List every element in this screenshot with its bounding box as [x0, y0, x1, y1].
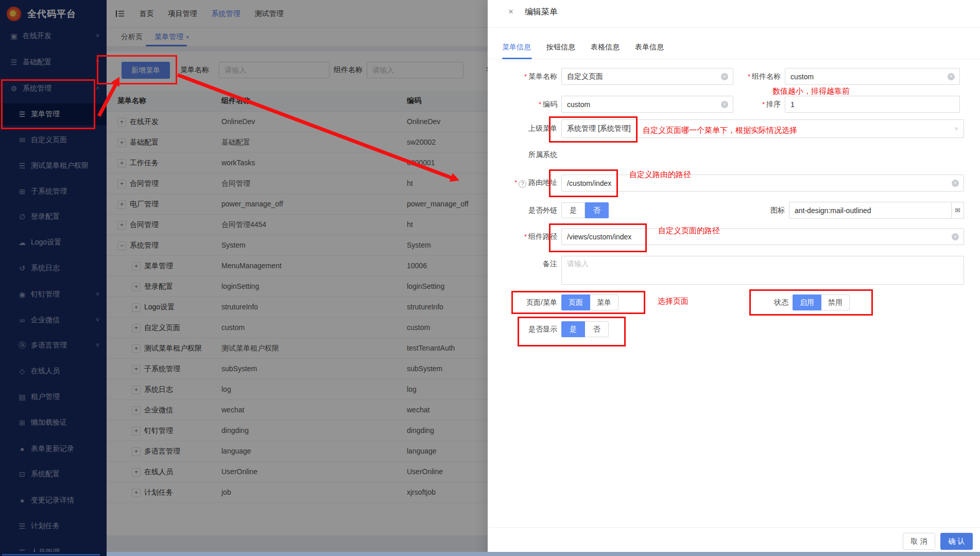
annotation-box-page-menu — [511, 291, 645, 314]
external-no-option[interactable]: 否 — [585, 202, 609, 218]
clear-icon[interactable]: × — [721, 101, 728, 108]
annotation-box-add-button — [97, 55, 177, 84]
divider — [488, 27, 980, 28]
clear-icon[interactable]: × — [952, 233, 959, 240]
code-field[interactable]: × — [561, 96, 733, 113]
annotation-route-tip: 自定义路由的路径 — [629, 170, 691, 180]
drawer-tab-menu-info[interactable]: 菜单信息 — [502, 43, 531, 52]
external-link-label: 是否外链 — [488, 206, 561, 215]
code-label: *编码 — [488, 100, 561, 109]
clear-icon[interactable]: × — [952, 180, 959, 187]
annotation-box-route — [549, 169, 618, 197]
clear-icon[interactable]: × — [721, 73, 728, 80]
annotation-box-visible — [518, 317, 626, 346]
menu-name-field[interactable]: × — [561, 68, 733, 85]
divider — [488, 59, 980, 59]
drawer-title: 编辑菜单 — [525, 7, 558, 18]
clear-icon[interactable]: × — [948, 73, 955, 80]
edit-menu-drawer: × 编辑菜单 菜单信息 按钮信息 表格信息 表单信息 *菜单名称 × *组件名称… — [488, 0, 980, 556]
icon-field[interactable] — [789, 202, 952, 219]
remark-label: 备注 — [488, 256, 561, 269]
external-yes-option[interactable]: 是 — [561, 202, 585, 218]
icon-label: 图标 — [609, 206, 789, 215]
menu-name-label: *菜单名称 — [488, 72, 561, 81]
remark-textarea[interactable] — [561, 256, 964, 285]
drawer-tab-form-info[interactable]: 表单信息 — [635, 43, 664, 52]
sort-field[interactable] — [785, 96, 960, 113]
cancel-button[interactable]: 取 消 — [903, 533, 935, 550]
owner-system-label: 所属系统 — [488, 150, 561, 160]
annotation-box-sidebar-menu — [1, 79, 95, 129]
comp-name-field[interactable]: × — [785, 68, 960, 85]
confirm-button[interactable]: 确 认 — [940, 533, 973, 550]
annotation-box-comp-path — [549, 223, 647, 252]
close-icon[interactable]: × — [508, 7, 513, 17]
comp-name-label: *组件名称 — [733, 72, 785, 81]
sort-label: *排序 — [733, 100, 785, 109]
chevron-down-icon: ˅ — [954, 125, 958, 133]
annotation-parent-tip: 自定义页面哪一个菜单下，根据实际情况选择 — [643, 126, 797, 135]
annotation-box-status — [749, 289, 873, 316]
annotation-comp-path-tip: 自定义页面的路径 — [658, 226, 720, 236]
divider — [488, 527, 980, 528]
icon-picker-button[interactable]: ✉ — [952, 202, 964, 219]
annotation-box-parent-menu — [549, 116, 638, 143]
drawer-tab-button-info[interactable]: 按钮信息 — [546, 43, 575, 52]
bottom-strip — [0, 552, 980, 556]
help-icon: ? — [519, 180, 526, 188]
annotation-page-tip: 选择页面 — [658, 297, 689, 306]
drawer-tab-table-info[interactable]: 表格信息 — [591, 43, 620, 52]
screen: 全代码平台 ▣在线开发˅☰基础配置˅⚙系统管理˄☰菜单管理✉自定义页面☰测试菜单… — [0, 0, 980, 556]
drawer-tab-underline — [502, 58, 532, 59]
annotation-sort-tip: 数值越小，排得越靠前 — [772, 86, 850, 96]
external-link-toggle: 是 否 — [561, 202, 609, 218]
mail-icon: ✉ — [955, 206, 960, 214]
route-field[interactable]: × — [561, 175, 964, 192]
